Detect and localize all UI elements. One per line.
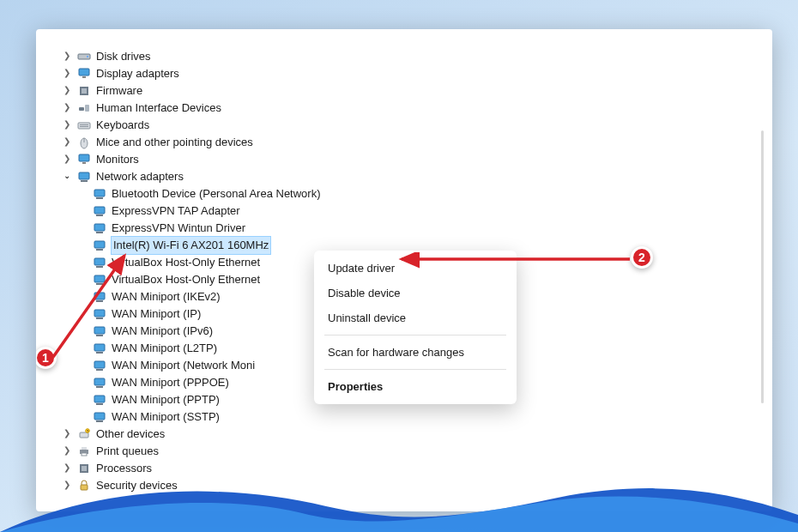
scrollbar-vertical[interactable] <box>761 130 764 403</box>
tree-item-label: WAN Miniport (IPv6) <box>112 323 213 340</box>
tree-category-label: Processors <box>96 460 152 477</box>
tree-item-label: WAN Miniport (PPTP) <box>112 391 220 408</box>
network-icon <box>77 170 91 184</box>
annotation-callout-2: 2 <box>631 246 653 269</box>
context-menu-item[interactable]: Update driver <box>314 256 517 281</box>
tree-item-label: ExpressVPN Wintun Driver <box>112 220 245 237</box>
tree-category-label: Monitors <box>96 151 139 168</box>
network-adapter-icon <box>93 204 106 218</box>
network-adapter-icon <box>93 273 106 287</box>
context-menu-item[interactable]: Uninstall device <box>314 305 517 330</box>
chevron-right-icon[interactable]: ❯ <box>62 68 72 78</box>
display-icon <box>77 67 91 81</box>
context-menu-separator <box>324 335 506 336</box>
chevron-right-icon[interactable]: ❯ <box>62 51 72 61</box>
hid-icon <box>77 101 91 115</box>
tree-item-label: WAN Miniport (Network Moni <box>112 357 255 374</box>
tree-item-network-13[interactable]: WAN Miniport (SSTP) <box>91 408 772 426</box>
tree-item-label: Bluetooth Device (Personal Area Network) <box>112 185 321 203</box>
network-adapter-icon <box>93 359 106 372</box>
tree-category-firmware[interactable]: ❯ Firmware <box>60 82 772 100</box>
network-adapter-icon <box>93 221 106 235</box>
tree-item-label: VirtualBox Host-Only Ethernet <box>112 254 260 271</box>
sec-icon <box>77 479 91 493</box>
tree-category-other[interactable]: ❯ Other devices <box>60 426 772 443</box>
keyboards-icon <box>77 118 91 132</box>
network-adapter-icon <box>93 239 106 252</box>
annotation-callout-1: 1 <box>36 347 57 369</box>
chevron-right-icon[interactable]: ❯ <box>62 428 72 438</box>
print-icon <box>77 444 91 458</box>
tree-item-label: WAN Miniport (IP) <box>112 305 201 323</box>
monitors-icon <box>77 153 91 166</box>
tree-category-label: Firmware <box>96 82 142 100</box>
tree-item-label: ExpressVPN TAP Adapter <box>112 203 240 220</box>
device-manager-window: ❯ Disk drives ❯ Display adapters ❯ Firmw… <box>36 29 772 511</box>
chevron-down-icon[interactable]: ⌄ <box>62 171 72 181</box>
network-adapter-icon <box>93 290 106 304</box>
disk-icon <box>77 50 91 63</box>
network-adapter-icon <box>93 256 106 269</box>
tree-category-label: Security devices <box>96 477 178 494</box>
network-adapter-icon <box>93 393 106 407</box>
tree-category-label: Other devices <box>96 426 165 443</box>
network-adapter-icon <box>93 324 106 338</box>
chevron-right-icon[interactable]: ❯ <box>62 119 72 130</box>
network-adapter-icon <box>93 342 106 355</box>
context-menu-separator <box>324 369 506 370</box>
network-adapter-icon <box>93 187 106 201</box>
firmware-icon <box>77 84 91 98</box>
context-menu-item[interactable]: Disable device <box>314 281 517 305</box>
tree-category-keyboards[interactable]: ❯ Keyboards <box>60 117 772 134</box>
tree-category-label: Network adapters <box>96 168 184 185</box>
tree-item-label: Intel(R) Wi-Fi 6 AX201 160MHz <box>112 237 270 254</box>
tree-category-print[interactable]: ❯ Print queues <box>60 443 772 460</box>
chevron-right-icon[interactable]: ❯ <box>62 462 72 473</box>
tree-category-disk[interactable]: ❯ Disk drives <box>60 48 772 65</box>
tree-item-label: WAN Miniport (IKEv2) <box>112 288 221 305</box>
chevron-right-icon[interactable]: ❯ <box>62 136 72 147</box>
tree-item-label: WAN Miniport (SSTP) <box>112 408 220 426</box>
cpu-icon <box>77 462 91 475</box>
context-menu-item[interactable]: Properties <box>314 374 517 399</box>
tree-item-network-1[interactable]: ExpressVPN TAP Adapter <box>91 203 772 220</box>
chevron-right-icon[interactable]: ❯ <box>62 85 72 95</box>
tree-item-network-0[interactable]: Bluetooth Device (Personal Area Network) <box>91 185 772 203</box>
tree-category-label: Keyboards <box>96 117 149 134</box>
network-adapter-icon <box>93 410 106 424</box>
tree-category-cpu[interactable]: ❯ Processors <box>60 460 772 477</box>
tree-item-label: VirtualBox Host-Only Ethernet <box>112 271 260 288</box>
tree-category-display[interactable]: ❯ Display adapters <box>60 65 772 82</box>
tree-item-network-2[interactable]: ExpressVPN Wintun Driver <box>91 220 772 237</box>
context-menu: Update driverDisable deviceUninstall dev… <box>314 251 517 404</box>
tree-category-label: Mice and other pointing devices <box>96 134 253 151</box>
tree-category-hid[interactable]: ❯ Human Interface Devices <box>60 100 772 117</box>
tree-category-label: Display adapters <box>96 65 179 82</box>
chevron-right-icon[interactable]: ❯ <box>62 445 72 456</box>
tree-category-monitors[interactable]: ❯ Monitors <box>60 151 772 168</box>
context-menu-item[interactable]: Scan for hardware changes <box>314 340 517 365</box>
tree-category-sec[interactable]: ❯ Security devices <box>60 477 772 494</box>
tree-category-network[interactable]: ⌄ Network adapters <box>60 168 772 185</box>
chevron-right-icon[interactable]: ❯ <box>62 480 72 490</box>
tree-category-label: Disk drives <box>96 48 151 65</box>
network-adapter-icon <box>93 307 106 321</box>
tree-category-label: Human Interface Devices <box>96 100 221 117</box>
tree-item-label: WAN Miniport (PPPOE) <box>112 374 229 391</box>
tree-item-label: WAN Miniport (L2TP) <box>112 340 217 357</box>
network-adapter-icon <box>93 376 106 390</box>
chevron-right-icon[interactable]: ❯ <box>62 154 72 164</box>
mice-icon <box>77 136 91 149</box>
tree-category-mice[interactable]: ❯ Mice and other pointing devices <box>60 134 772 151</box>
other-icon <box>77 427 91 441</box>
chevron-right-icon[interactable]: ❯ <box>62 102 72 112</box>
tree-category-label: Print queues <box>96 443 159 460</box>
